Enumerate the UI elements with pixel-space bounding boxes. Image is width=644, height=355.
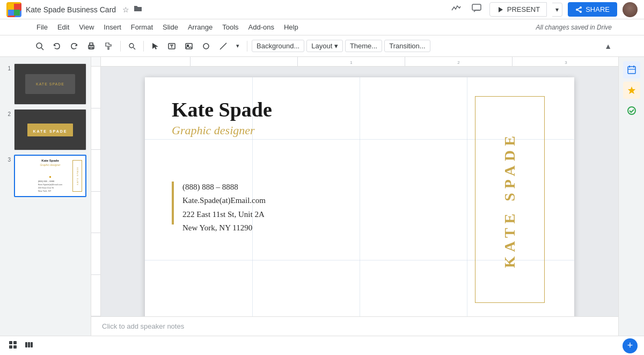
share-button[interactable]: SHARE (568, 2, 617, 17)
menu-slide[interactable]: Slide (158, 21, 182, 33)
slide-number-3: 3 (4, 155, 11, 163)
present-button[interactable]: PRESENT (489, 2, 547, 17)
svg-point-24 (203, 44, 209, 49)
ruler-tick-4: 3 (512, 57, 618, 66)
layout-button[interactable]: Layout ▾ (306, 40, 343, 52)
transition-button[interactable]: Transition... (384, 40, 430, 52)
brand-name-vertical: KATE SPADE (501, 132, 518, 268)
slide-thumbnail-1[interactable]: KATE SPADE (14, 63, 86, 105)
undo-button[interactable] (49, 40, 64, 53)
slide-thumbnail-3[interactable]: Kate Spade Graphic designer (888) 888 – … (14, 155, 86, 197)
ruler-corner (91, 57, 101, 67)
svg-rect-1 (14, 4, 20, 10)
slide-wrapper: Kate Spade Graphic designer (888) 888 – … (145, 77, 574, 316)
contact-bar (172, 182, 174, 224)
bottom-left-controls (6, 338, 35, 353)
address2-text: New York, NY 11290 (182, 223, 252, 232)
filmstrip-view-button[interactable] (23, 338, 35, 353)
more-tools-button[interactable]: ▾ (233, 40, 243, 52)
ruler-v-tick-4 (91, 192, 100, 234)
slide-canvas[interactable]: Kate Spade Graphic designer (888) 888 – … (145, 77, 574, 316)
doc-title: Kate Spade Business Card (26, 5, 116, 14)
speaker-notes[interactable]: Click to add speaker notes (91, 316, 618, 336)
right-panel-star-icon[interactable] (623, 82, 640, 99)
activity-icon[interactable] (449, 1, 464, 18)
zoom-level-button[interactable] (125, 41, 139, 52)
format-paint-button[interactable] (101, 40, 116, 53)
right-panel-calendar-icon[interactable] (623, 61, 640, 78)
redo-button[interactable] (67, 40, 82, 53)
editor-area: 1 2 3 (91, 57, 618, 336)
menu-format[interactable]: Format (127, 21, 157, 33)
shapes-tool-button[interactable] (199, 40, 214, 53)
svg-line-9 (577, 8, 581, 10)
present-dropdown-button[interactable]: ▾ (552, 3, 562, 17)
print-button[interactable] (84, 40, 99, 53)
chat-icon[interactable] (469, 1, 484, 18)
toolbar: ▾ Background... Layout ▾ Theme... Transi… (0, 35, 644, 57)
phone-text: (888) 888 – 8888 (182, 183, 238, 191)
ruler-tick-1 (190, 57, 297, 66)
zoom-out-button[interactable] (32, 40, 47, 53)
theme-button[interactable]: Theme... (345, 40, 382, 52)
menu-addons[interactable]: Add-ons (244, 21, 279, 33)
contact-info[interactable]: (888) 888 – 8888 Kate.Spade(at)Email.com… (182, 180, 266, 235)
menu-insert[interactable]: Insert (99, 21, 126, 33)
svg-marker-5 (499, 7, 503, 12)
toolbar-right: ▲ (604, 42, 612, 50)
svg-line-12 (41, 48, 43, 50)
grid-view-button[interactable] (6, 338, 19, 353)
ruler-vertical (91, 67, 101, 316)
bottom-right-controls: + (623, 338, 638, 353)
svg-rect-37 (28, 342, 30, 347)
slide-item-3[interactable]: 3 Kate Spade Graphic designer (888) 888 … (0, 153, 91, 199)
ruler-v-tick-1 (91, 67, 100, 108)
line-tool-button[interactable] (216, 40, 231, 53)
ruler-horizontal: 1 2 3 (91, 57, 618, 67)
menu-help[interactable]: Help (280, 21, 303, 33)
bottom-toolbar: + (0, 336, 644, 355)
ruler-tick-2: 1 (297, 57, 405, 66)
star-icon[interactable]: ☆ (122, 5, 129, 14)
slide-panel: 1 KATE SPADE 2 KATE SPADE (0, 57, 91, 336)
svg-rect-26 (628, 67, 635, 74)
menu-edit[interactable]: Edit (53, 21, 74, 33)
google-slides-icon (6, 2, 21, 17)
menu-arrange[interactable]: Arrange (184, 21, 217, 33)
right-panel-check-icon[interactable] (623, 102, 640, 119)
svg-marker-30 (628, 86, 635, 94)
menu-tools[interactable]: Tools (218, 21, 243, 33)
top-right-controls: PRESENT ▾ SHARE (449, 1, 638, 18)
toolbar-divider-2 (143, 41, 144, 52)
svg-rect-33 (13, 341, 17, 344)
toolbar-divider-1 (120, 41, 121, 52)
speaker-notes-placeholder: Click to add speaker notes (102, 322, 184, 330)
collapse-toolbar-button[interactable]: ▲ (604, 42, 612, 50)
menu-file[interactable]: File (32, 21, 52, 33)
cursor-tool-button[interactable] (148, 40, 162, 52)
svg-rect-32 (9, 341, 12, 344)
slide-number-2: 2 (4, 109, 11, 117)
menu-bar: File Edit View Insert Format Slide Arran… (0, 19, 644, 35)
svg-line-25 (220, 43, 226, 49)
ruler-v-tick-5 (91, 233, 100, 275)
save-status: All changes saved in Drive (536, 24, 612, 31)
avatar[interactable] (623, 2, 638, 17)
svg-point-16 (129, 44, 134, 48)
text-box-tool-button[interactable] (164, 40, 179, 53)
slide-item-2[interactable]: 2 KATE SPADE (0, 107, 91, 153)
toolbar-divider-3 (247, 41, 247, 52)
slide-item-1[interactable]: 1 KATE SPADE (0, 61, 91, 107)
slide-thumbnail-2[interactable]: KATE SPADE (14, 109, 86, 150)
address1-text: 222 East 11st St, Unit 2A (182, 210, 265, 219)
background-button[interactable]: Background... (252, 40, 304, 52)
image-tool-button[interactable] (181, 40, 196, 53)
add-slide-button[interactable]: + (623, 338, 638, 353)
svg-rect-4 (472, 4, 481, 10)
svg-rect-35 (13, 345, 17, 349)
menu-view[interactable]: View (75, 21, 98, 33)
folder-icon[interactable] (134, 5, 142, 14)
svg-rect-36 (25, 342, 27, 347)
slide-canvas-area: Kate Spade Graphic designer (888) 888 – … (91, 67, 618, 316)
right-box[interactable]: KATE SPADE (475, 96, 545, 303)
